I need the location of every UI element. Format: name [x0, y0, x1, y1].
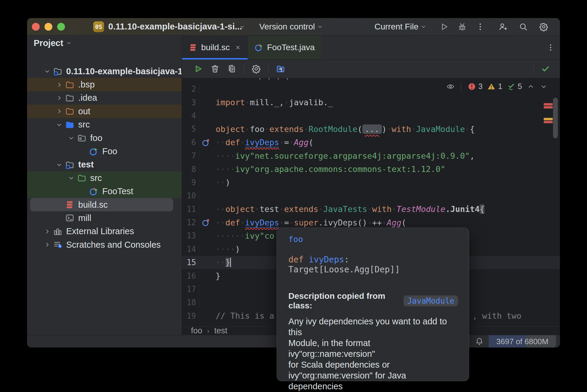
import-folder-icon[interactable]	[276, 64, 285, 74]
minimize-window-button[interactable]	[45, 23, 52, 31]
error-stripe[interactable]	[544, 103, 553, 106]
code-token: Agg	[294, 138, 309, 147]
code-token: }	[226, 258, 230, 267]
project-panel-header[interactable]: Project	[27, 35, 182, 51]
project-widget[interactable]: 0S 0.11.10-example-basicjava-1-si...	[93, 21, 245, 32]
tree-item--idea[interactable]: .idea	[27, 91, 182, 105]
close-icon[interactable]	[235, 44, 241, 51]
javamodule-link[interactable]: JavaModule	[404, 296, 458, 306]
add-user-icon[interactable]	[498, 22, 508, 32]
code-line-11[interactable]: 11··object·test·extends·JavaTests·with·T…	[182, 203, 560, 216]
tree-item--bsp[interactable]: .bsp	[27, 78, 182, 91]
error-stripe[interactable]	[544, 106, 553, 109]
code-line-6[interactable]: 6··def·ivyDeps·=·Agg(	[182, 136, 560, 149]
chevron-right-icon[interactable]	[41, 227, 53, 236]
ok-check-icon	[507, 82, 515, 91]
tree-item-foo[interactable]: foo	[27, 131, 182, 145]
code-token: ······	[216, 231, 245, 240]
zoom-window-button[interactable]	[57, 23, 65, 31]
code-token: )	[235, 244, 240, 254]
code-token: ·	[289, 138, 294, 147]
tree-item-label: build.sc	[78, 200, 108, 210]
toolbar-divider	[533, 64, 533, 74]
chevron-right-icon[interactable]	[54, 93, 65, 103]
tree-item-src[interactable]: src	[27, 171, 182, 185]
chevron-down-icon[interactable]	[66, 133, 77, 142]
overriding-method-gutter-icon[interactable]	[199, 217, 213, 228]
trash-icon[interactable]	[210, 64, 220, 74]
chevron-right-icon[interactable]	[54, 80, 65, 89]
version-control-label: Version control	[259, 22, 315, 32]
code-line-9[interactable]: 9··)	[182, 176, 560, 189]
tree-item-0-11-10-example-basicjava-1-si[interactable]: 0.11.10-example-basicjava-1-si	[27, 65, 182, 78]
code-line-10[interactable]: 10	[182, 189, 560, 202]
close-window-button[interactable]	[32, 23, 40, 31]
tab-build-sc[interactable]: build.sc	[182, 35, 248, 59]
tree-item-external-libraries[interactable]: External Libraries	[27, 225, 182, 238]
tree-item-test[interactable]: test	[27, 158, 182, 171]
code-line-4[interactable]: 4	[182, 109, 560, 122]
run-configuration-menu[interactable]: Current File	[374, 22, 427, 32]
accept-check-icon[interactable]	[541, 64, 550, 74]
gear-icon[interactable]	[251, 64, 261, 74]
prev-issue-icon[interactable]	[527, 82, 535, 91]
window-controls	[32, 23, 65, 31]
folder-green-icon	[77, 173, 87, 183]
code-token: object	[216, 124, 245, 134]
code-line-5[interactable]: 5object·foo·extends·RootModule(...)·with…	[182, 122, 560, 136]
tree-item-out[interactable]: out	[27, 105, 182, 118]
code-token: ·	[279, 204, 284, 214]
passed-count[interactable]: 5	[507, 82, 522, 91]
chevron-right-icon[interactable]	[54, 107, 65, 116]
warning-stripe[interactable]	[544, 118, 553, 120]
settings-gear-icon[interactable]	[539, 22, 549, 32]
tree-item-build-sc[interactable]: build.sc	[30, 198, 173, 211]
code-line-3[interactable]: 3import·mill._,·javalib._	[182, 96, 560, 109]
memory-indicator[interactable]: 3697 of 6800M	[489, 335, 556, 348]
version-control-menu[interactable]: Version control	[259, 22, 323, 32]
scratches-icon	[53, 240, 63, 250]
chevron-down-icon[interactable]	[54, 120, 65, 129]
debug-icon[interactable]	[457, 22, 467, 32]
run-script-icon[interactable]	[193, 64, 203, 74]
tree-item-footest[interactable]: FooTest	[27, 185, 182, 198]
highlighting-eye-icon[interactable]	[446, 82, 455, 91]
tree-item-mill[interactable]: mill	[27, 211, 182, 225]
code-line-12[interactable]: 12··def·ivyDeps·=·super.ivyDeps()·++·Agg…	[182, 216, 560, 229]
search-icon[interactable]	[518, 22, 528, 32]
tree-item-foo[interactable]: Foo	[27, 145, 182, 158]
notifications-bell-icon[interactable]	[475, 337, 484, 346]
inspections-widget[interactable]: 3 1 5	[446, 82, 548, 91]
run-icon[interactable]	[439, 22, 449, 32]
more-actions-icon[interactable]	[475, 22, 485, 32]
tab-options-icon[interactable]	[546, 43, 555, 52]
chevron-down-icon[interactable]	[41, 67, 53, 76]
error-count[interactable]: 3	[468, 82, 483, 91]
module-folder-icon	[53, 66, 63, 76]
overriding-method-gutter-icon[interactable]	[199, 137, 213, 148]
breadcrumb-item-test[interactable]: test	[214, 326, 228, 335]
editor-tabbar: build.sc FooTest.java	[182, 35, 560, 60]
warning-count[interactable]: 1	[487, 82, 502, 91]
description-label: Description copied from class:	[288, 291, 399, 311]
code-line-8[interactable]: 8····ivy"org.apache.commons:commons-text…	[182, 162, 560, 176]
tree-item-scratches-and-consoles[interactable]: Scratches and Consoles	[27, 238, 182, 251]
chevron-down-icon[interactable]	[66, 173, 77, 182]
code-token: ····	[216, 244, 235, 254]
chevron-down-icon[interactable]	[54, 160, 65, 169]
folder-orange-icon	[65, 80, 75, 90]
chevron-right-icon[interactable]	[41, 240, 53, 249]
next-issue-icon[interactable]	[539, 82, 548, 91]
error-stripe[interactable]	[544, 121, 553, 123]
code-token: ivy"co	[245, 231, 275, 240]
doc-owner-link[interactable]: foo	[288, 234, 458, 244]
code-line-7[interactable]: 7····ivy"net.sourceforge.argparse4j:argp…	[182, 149, 560, 162]
chevron-spacer	[78, 147, 89, 156]
code-token: super	[294, 218, 318, 227]
tree-item-src[interactable]: src	[27, 118, 182, 131]
tree-item-label: .bsp	[78, 80, 95, 90]
breadcrumb-item-foo[interactable]: foo	[191, 326, 202, 335]
editor-scrollbar[interactable]	[553, 98, 558, 138]
tab-footest-java[interactable]: FooTest.java	[248, 35, 321, 59]
copy-icon[interactable]	[227, 64, 237, 74]
